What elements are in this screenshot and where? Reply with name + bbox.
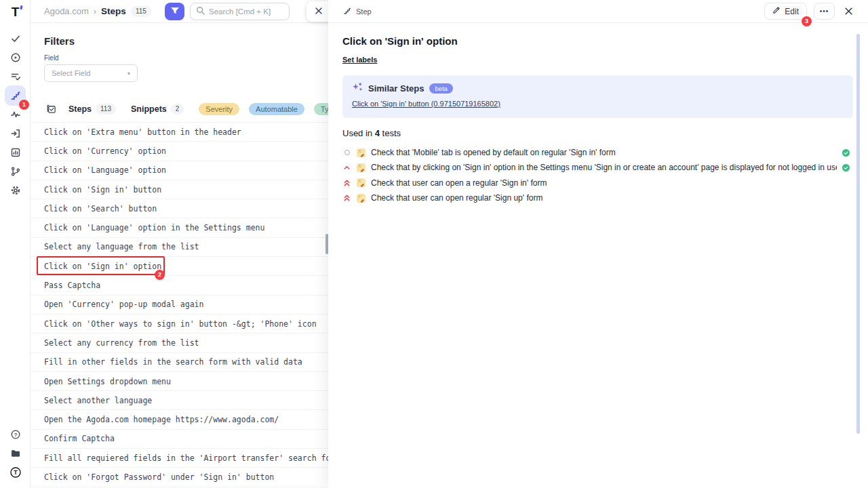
step-row[interactable]: Click on 'Language' option [31,161,328,180]
filters-close-button[interactable] [307,1,328,22]
svg-text:T: T [14,469,18,476]
bar-chart-icon [10,147,21,158]
breadcrumb-project[interactable]: Agoda.com [44,6,89,16]
step-row[interactable]: Click on 'Sign in' button [31,180,328,199]
chip-automatable[interactable]: Automatable [249,103,304,115]
filters-section: Filters Field Select Field ▾ [31,23,328,82]
sparkle-emoji [357,178,366,187]
step-row[interactable]: Click on 'Search' button [31,199,328,218]
field-select[interactable]: Select Field ▾ [44,64,138,82]
tab-steps[interactable]: Steps 113 [68,104,116,115]
test-row[interactable]: Check that 'Mobile' tab is opened by def… [342,145,853,160]
tab-snippets-label: Snippets [131,104,167,114]
annotation-badge-2: 2 [155,270,165,280]
used-in-prefix: Used in [342,128,372,138]
steps-total-badge: 115 [131,6,151,17]
app-logo[interactable]: T [0,3,31,21]
step-row[interactable]: Select any currency from the list [31,333,328,352]
help-icon: ? [10,429,21,440]
sidebar-item-branches[interactable] [5,161,26,182]
left-sidebar: T 1 ? T [0,0,31,488]
step-row[interactable]: Click on 'Other ways to sign in' button … [31,314,328,333]
edit-button-label: Edit [785,7,799,16]
used-in-suffix: tests [382,128,401,138]
chevron-down-icon: ▾ [127,70,130,77]
test-row[interactable]: Check that user can open regular 'Sign u… [342,190,853,205]
panel-close-button[interactable] [844,7,853,16]
step-row[interactable]: Open 'Currency' pop-up modal again [31,296,328,314]
sidebar-item-projects[interactable] [5,443,26,464]
passed-check-icon [842,149,850,157]
step-title: Click on 'Sign in' option [342,35,853,47]
sidebar-item-reports[interactable] [5,142,26,163]
step-row[interactable]: Select any language from the list [31,238,328,257]
test-title: Check that user can open a regular 'Sign… [371,178,547,188]
folder-icon [10,448,21,459]
priority-normal-icon [342,150,351,155]
search-box[interactable] [190,3,290,20]
steps-icon [10,90,21,101]
tab-snippets-count: 2 [171,104,184,115]
step-row[interactable]: Pass Captcha [31,276,328,295]
sidebar-item-tests[interactable] [5,28,26,49]
breadcrumb: Agoda.com › Steps 115 [31,0,328,23]
similar-step-link[interactable]: Click on 'Sign in' button (0.97150719165… [352,100,500,108]
annotation-badge-3: 3 [802,16,812,26]
similar-steps-box: Similar Steps beta Click on 'Sign in' bu… [342,75,853,118]
set-labels-link[interactable]: Set labels [342,56,377,64]
step-row-selected[interactable]: Click on 'Sign in' option [31,257,328,276]
chip-severity[interactable]: Severity [199,103,239,115]
gear-icon [10,185,21,196]
step-detail-panel: Step Edit 3 ••• Click on 'Sign in' optio… [328,0,868,488]
t-circle-icon: T [9,466,22,479]
used-in-count: 4 [375,128,380,138]
more-actions-button[interactable]: ••• [814,3,835,20]
test-title: Check that by clicking on 'Sign in' opti… [371,163,837,172]
filter-button[interactable] [165,3,184,20]
priority-highest-icon [342,179,351,187]
step-row[interactable]: Select another language [31,391,328,410]
step-row[interactable]: Fill all requiered fields in the 'Airpor… [31,449,328,468]
step-row[interactable]: Click on 'Currency' option [31,142,328,161]
step-row[interactable]: Click on 'Extra menu' button in the head… [31,123,328,142]
pencil-icon [772,6,781,16]
steps-list: Click on 'Extra menu' button in the head… [31,122,328,487]
step-row[interactable]: Click on 'Language' option in the Settin… [31,218,328,237]
check-icon [10,33,21,44]
test-row[interactable]: Check that user can open a regular 'Sign… [342,176,853,190]
sidebar-item-runs[interactable] [5,47,26,68]
sidebar-item-steps[interactable]: 1 [5,85,26,106]
tab-steps-label: Steps [68,104,92,114]
step-row[interactable]: Open the Agoda.com homepage https://www.… [31,410,328,429]
step-row[interactable]: Fill in other fields in the search form … [31,353,328,372]
pulse-icon [10,109,21,120]
sidebar-item-plans[interactable] [5,66,26,87]
breadcrumb-separator-icon: › [94,6,96,16]
test-row[interactable]: Check that by clicking on 'Sign in' opti… [342,160,853,175]
field-label: Field [44,54,315,62]
sidebar-item-import[interactable] [5,123,26,144]
svg-text:?: ? [14,432,17,438]
sparkle-emoji [357,194,366,203]
search-input[interactable] [209,7,283,16]
panel-scrollbar[interactable] [856,34,860,434]
list-check-icon [10,71,21,82]
search-icon [196,5,205,18]
sidebar-item-settings[interactable] [5,180,26,201]
select-all-icon[interactable] [46,104,56,114]
tab-snippets[interactable]: Snippets 2 [131,104,184,115]
passed-check-icon [842,164,850,171]
sidebar-item-account[interactable]: T [5,462,26,483]
step-row[interactable]: Confirm Captcha [31,430,328,449]
close-icon [315,5,323,18]
step-row[interactable]: Click on 'Forgot Password' under 'Sign i… [31,468,328,487]
edit-button[interactable]: Edit 3 [764,3,807,20]
sidebar-item-help[interactable]: ? [5,424,26,445]
chip-type[interactable]: Type [314,103,328,115]
step-row[interactable]: Open Settings dropdown menu [31,372,328,391]
similar-steps-title: Similar Steps [368,83,424,94]
step-detail-header: Step Edit 3 ••• [328,0,868,23]
tab-steps-count: 113 [96,104,116,115]
priority-high-icon [342,165,351,170]
test-title: Check that user can open regular 'Sign u… [371,193,542,203]
